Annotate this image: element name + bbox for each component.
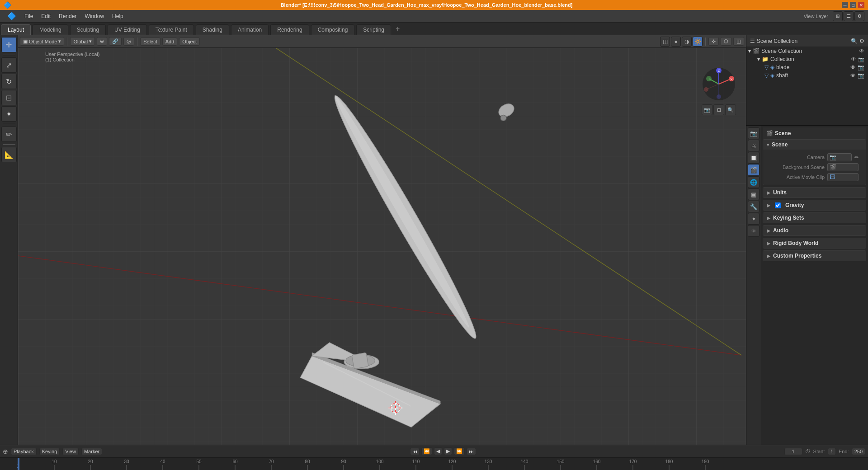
outliner-scene-collection[interactable]: ▾ 🎬 Scene Collection 👁	[746, 47, 868, 55]
rotate-tool[interactable]: ↻	[1, 74, 17, 89]
camera-view-button[interactable]: 📷	[702, 104, 712, 115]
gizmo-button[interactable]: ⊹	[708, 37, 719, 46]
local-view-button[interactable]: ⊞	[713, 104, 724, 115]
tab-texture-paint[interactable]: Texture Paint	[149, 24, 194, 35]
xray-button[interactable]: ◫	[733, 37, 744, 46]
render-properties-tab[interactable]: 📷	[748, 127, 760, 139]
close-button[interactable]: ✕	[858, 2, 864, 8]
jump-start-button[interactable]: ⏮	[410, 448, 420, 455]
shaft-eye[interactable]: 👁	[850, 72, 856, 79]
gravity-collapse-arrow: ▶	[767, 203, 770, 208]
gravity-checkbox[interactable]	[775, 202, 781, 208]
material-shading[interactable]: ◑	[682, 37, 692, 47]
layer-selector[interactable]: ☰	[844, 11, 854, 21]
render-menu[interactable]: Render	[55, 12, 80, 20]
solid-shading[interactable]: ●	[671, 37, 681, 47]
rigid-body-world-section-header[interactable]: ▶ Rigid Body World	[763, 238, 866, 248]
world-properties-tab[interactable]: 🌐	[748, 176, 760, 188]
current-frame-display[interactable]: 1	[784, 448, 802, 455]
view-layer-properties-tab[interactable]: 🔲	[748, 152, 760, 164]
tab-scripting[interactable]: Scripting	[356, 24, 391, 35]
tab-layout[interactable]: Layout	[1, 24, 31, 35]
object-mode-button[interactable]: ▣ Object Mode ▾	[20, 37, 64, 46]
blender-menu-button[interactable]: 🔷	[4, 11, 20, 21]
add-menu[interactable]: Add	[162, 38, 178, 46]
snapping-button[interactable]: 🔗	[109, 37, 122, 46]
gravity-section-header[interactable]: ▶ Gravity	[763, 200, 866, 210]
window-menu[interactable]: Window	[81, 12, 108, 20]
jump-end-button[interactable]: ⏭	[467, 448, 476, 455]
navigation-gizmo[interactable]: X Z 📷 ⊞	[701, 66, 737, 102]
end-frame-input[interactable]: 250	[852, 448, 865, 455]
scene-section-header[interactable]: ▾ Scene	[763, 140, 866, 150]
pivot-button[interactable]: ⊕	[97, 37, 107, 46]
camera-field-value[interactable]: 📷	[827, 153, 852, 161]
wireframe-shading[interactable]: ◫	[660, 37, 670, 47]
move-tool[interactable]: ⤢	[1, 57, 17, 73]
object-menu[interactable]: Object	[179, 38, 200, 46]
tab-uv-editing[interactable]: UV Editing	[108, 24, 147, 35]
view-menu[interactable]: View	[62, 448, 79, 455]
blade-eye[interactable]: 👁	[850, 64, 856, 70]
collection-render[interactable]: 📷	[858, 56, 864, 62]
cursor-tool[interactable]: ✛	[1, 37, 17, 52]
file-menu[interactable]: File	[21, 12, 37, 20]
outliner-collection[interactable]: ▾ 📁 Collection 👁 📷	[754, 55, 868, 63]
rendered-shading[interactable]: 🔆	[693, 37, 703, 47]
play-back-button[interactable]: ◀	[434, 447, 442, 455]
scene-selector[interactable]: ⊞	[833, 11, 843, 21]
play-button[interactable]: ▶	[444, 447, 452, 455]
outliner-settings-icon[interactable]: ⚙	[859, 38, 864, 44]
overlays-button[interactable]: ⬡	[721, 37, 731, 46]
tab-rendering[interactable]: Rendering	[270, 24, 309, 35]
scene-collection-eye[interactable]: 👁	[859, 48, 864, 54]
minimize-button[interactable]: ─	[842, 2, 848, 8]
preferences-button[interactable]: ⚙	[854, 11, 864, 21]
viewport-3d[interactable]: ▣ Object Mode ▾ Global ▾ ⊕ 🔗 ◎ Select Ad…	[18, 35, 746, 445]
keying-menu[interactable]: Keying	[39, 448, 60, 455]
edit-menu[interactable]: Edit	[38, 12, 54, 20]
tab-animation[interactable]: Animation	[231, 24, 269, 35]
units-section-header[interactable]: ▶ Units	[763, 188, 866, 197]
output-properties-tab[interactable]: 🖨	[748, 140, 760, 151]
physics-properties-tab[interactable]: ⚛	[748, 225, 760, 237]
select-menu[interactable]: Select	[140, 38, 160, 46]
scale-tool[interactable]: ⊡	[1, 90, 17, 105]
custom-properties-section-header[interactable]: ▶ Custom Properties	[763, 251, 866, 261]
keying-sets-section-header[interactable]: ▶ Keying Sets	[763, 213, 866, 223]
transform-tool[interactable]: ✦	[1, 106, 17, 122]
global-transform-button[interactable]: Global ▾	[70, 37, 95, 46]
camera-edit-icon[interactable]: ✏	[854, 155, 859, 160]
timeline-range-icon[interactable]: ⊕	[3, 448, 8, 455]
particles-properties-tab[interactable]: ✦	[748, 213, 760, 225]
proportional-edit-button[interactable]: ◎	[123, 37, 134, 46]
playback-menu[interactable]: Playback	[11, 448, 37, 455]
step-forward-button[interactable]: ⏩	[454, 447, 465, 455]
modifier-properties-tab[interactable]: 🔧	[748, 201, 760, 212]
step-back-button[interactable]: ⏪	[421, 447, 432, 455]
start-frame-input[interactable]: 1	[828, 448, 836, 455]
outliner-filter-icon[interactable]: 🔍	[851, 38, 858, 44]
shaft-render[interactable]: 📷	[858, 72, 864, 79]
measure-tool[interactable]: 📐	[1, 147, 17, 162]
tab-modeling[interactable]: Modeling	[33, 24, 68, 35]
marker-menu[interactable]: Marker	[81, 448, 102, 455]
search-button[interactable]: 🔍	[725, 104, 736, 115]
blade-render[interactable]: 📷	[858, 64, 864, 70]
object-properties-tab[interactable]: ▣	[748, 188, 760, 200]
collection-visibility[interactable]: 👁	[851, 56, 856, 62]
tab-shading[interactable]: Shading	[196, 24, 229, 35]
annotate-tool[interactable]: ✏	[1, 127, 17, 142]
help-menu[interactable]: Help	[108, 12, 127, 20]
outliner-blade[interactable]: ▽ ◈ blade 👁 📷	[761, 63, 868, 71]
timeline-ruler[interactable]: 1 10 20 30 40 50 60 70 80 90 100 110 120	[0, 458, 868, 470]
background-scene-value[interactable]: 🎬	[827, 163, 859, 171]
tab-sculpting[interactable]: Sculpting	[70, 24, 106, 35]
add-workspace-button[interactable]: +	[392, 23, 403, 35]
outliner-shaft[interactable]: ▽ ◈ shaft 👁 📷	[761, 71, 868, 80]
maximize-button[interactable]: □	[850, 2, 856, 8]
active-movie-clip-value[interactable]: 🎞	[827, 173, 859, 181]
audio-section-header[interactable]: ▶ Audio	[763, 226, 866, 235]
tab-compositing[interactable]: Compositing	[311, 24, 355, 35]
scene-properties-tab[interactable]: 🎬	[748, 164, 760, 176]
